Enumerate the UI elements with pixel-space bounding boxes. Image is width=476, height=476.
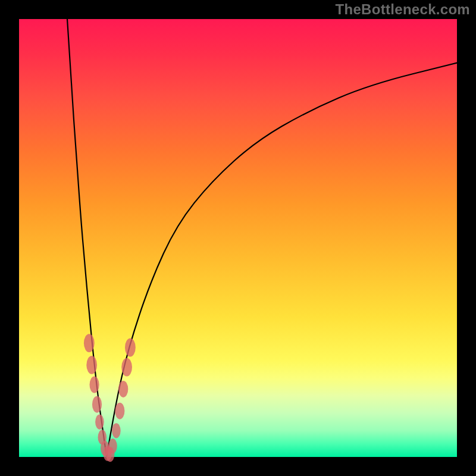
chart-frame: TheBottleneck.com	[0, 0, 476, 476]
plot-area	[19, 19, 457, 457]
marker-point	[92, 396, 102, 413]
marker-point	[90, 377, 99, 393]
marker-point	[95, 415, 104, 430]
marker-point	[112, 423, 121, 438]
marker-point	[108, 439, 117, 453]
marker-point	[84, 334, 95, 352]
marker-point	[115, 403, 124, 419]
chart-svg	[19, 19, 457, 457]
marker-point	[86, 356, 97, 374]
marker-point	[121, 358, 132, 377]
right-branch-path	[107, 63, 457, 457]
marker-point	[118, 381, 128, 397]
left-branch-path	[67, 19, 107, 457]
marker-group	[84, 334, 136, 462]
marker-point	[125, 339, 136, 357]
watermark-text: TheBottleneck.com	[336, 1, 470, 18]
